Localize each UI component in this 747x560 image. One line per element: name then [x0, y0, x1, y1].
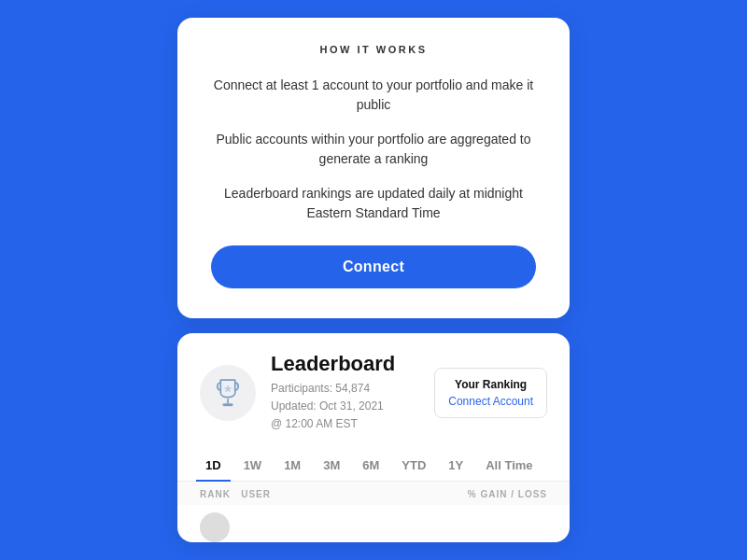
svg-marker-2 [223, 384, 232, 392]
tab-1y[interactable]: 1Y [439, 449, 472, 482]
svg-rect-1 [223, 403, 233, 405]
leaderboard-info: Leaderboard Participants: 54,874 Updated… [271, 352, 419, 434]
table-header-rank-user: RANK USER [200, 489, 271, 499]
updated-date: Updated: Oct 31, 2021 [271, 399, 384, 413]
time-tabs: 1D 1W 1M 3M 6M YTD 1Y All Time [177, 448, 570, 482]
leaderboard-title: Leaderboard [271, 352, 419, 376]
how-it-works-step-3: Leaderboard rankings are updated daily a… [211, 184, 536, 223]
how-it-works-card: HOW IT WORKS Connect at least 1 account … [177, 18, 570, 318]
tab-all-time[interactable]: All Time [476, 449, 542, 482]
update-time: @ 12:00 AM EST [271, 417, 358, 430]
participants-count: Participants: 54,874 [271, 382, 370, 395]
how-it-works-title: HOW IT WORKS [211, 44, 536, 55]
table-header-gain-loss: % GAIN / LOSS [468, 489, 547, 499]
trophy-icon [212, 377, 244, 409]
tab-ytd[interactable]: YTD [392, 449, 435, 482]
avatar-preview [200, 512, 230, 542]
your-ranking-label: Your Ranking [448, 378, 533, 391]
tab-1d[interactable]: 1D [196, 449, 231, 482]
connect-button[interactable]: Connect [211, 245, 536, 288]
tab-1w[interactable]: 1W [234, 449, 272, 482]
how-it-works-step-2: Public accounts within your portfolio ar… [211, 130, 536, 169]
table-row-preview [177, 505, 570, 542]
leaderboard-card: Leaderboard Participants: 54,874 Updated… [177, 333, 570, 543]
main-container: HOW IT WORKS Connect at least 1 account … [177, 18, 570, 543]
tab-3m[interactable]: 3M [314, 449, 349, 482]
tab-1m[interactable]: 1M [275, 449, 310, 482]
connect-account-link[interactable]: Connect Account [448, 395, 533, 408]
tab-6m[interactable]: 6M [353, 449, 388, 482]
leaderboard-header: Leaderboard Participants: 54,874 Updated… [177, 333, 570, 449]
how-it-works-step-1: Connect at least 1 account to your portf… [211, 76, 536, 115]
trophy-icon-wrapper [200, 365, 256, 421]
ranking-box: Your Ranking Connect Account [434, 368, 547, 418]
table-header: RANK USER % GAIN / LOSS [177, 482, 570, 505]
leaderboard-meta: Participants: 54,874 Updated: Oct 31, 20… [271, 380, 419, 434]
